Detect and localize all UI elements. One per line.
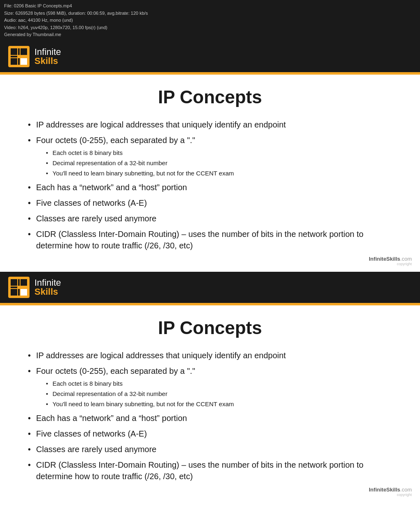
logo-text-2: Infinite Skills	[34, 278, 61, 296]
list-item: IP addresses are logical addresses that …	[25, 119, 395, 130]
svg-rect-11	[11, 289, 17, 296]
watermark-1: InfiniteSkills.com copyright	[369, 256, 412, 266]
logo-skills-1: Skills	[34, 57, 61, 66]
watermark-suffix-2: .com	[400, 487, 412, 493]
metadata-bar: File: 0206 Basic IP Concepts.mp4 Size: 6…	[0, 0, 420, 41]
list-item: Each octet is 8 binary bits	[44, 379, 395, 388]
svg-rect-15	[18, 289, 20, 296]
svg-rect-1	[11, 48, 17, 55]
sub-list: Each octet is 8 binary bits Decimal repr…	[44, 148, 395, 177]
slide-title-1: IP Concepts	[25, 87, 395, 107]
list-item: Each has a “network” and a “host” portio…	[25, 412, 395, 424]
list-item: Four octets (0-255), each separated by a…	[25, 365, 395, 408]
list-item: Each has a “network” and a “host” portio…	[25, 182, 395, 193]
svg-rect-9	[11, 279, 17, 286]
header-bar-1: Infinite Skills	[0, 41, 420, 72]
panel-1: File: 0206 Basic IP Concepts.mp4 Size: 6…	[0, 0, 420, 272]
list-item: Decimal representation of a 32-bit numbe…	[44, 159, 395, 167]
metadata-line4: Video: h264, yuv420p, 1280x720, 15.00 fp…	[4, 24, 416, 32]
list-item: Classes are rarely used anymore	[25, 213, 395, 224]
logo-icon-2	[8, 277, 30, 298]
logo-skills-2: Skills	[34, 287, 61, 296]
logo-text-1: Infinite Skills	[34, 48, 61, 66]
watermark-brand-1: InfiniteSkills	[369, 256, 400, 262]
svg-rect-12	[18, 279, 20, 286]
list-item: Decimal representation of a 32-bit numbe…	[44, 389, 395, 398]
svg-rect-13	[21, 279, 27, 286]
svg-rect-14	[21, 289, 27, 296]
list-item: You'll need to learn binary subnetting, …	[44, 169, 395, 177]
list-item: You'll need to learn binary subnetting, …	[44, 400, 395, 408]
sub-list: Each octet is 8 binary bits Decimal repr…	[44, 379, 395, 408]
slide-content-2: IP Concepts IP addresses are logical add…	[0, 305, 420, 503]
watermark-brand-2: InfiniteSkills	[369, 487, 400, 493]
list-item: CIDR (Classless Inter-Domain Routing) – …	[25, 228, 395, 251]
list-item: CIDR (Classless Inter-Domain Routing) – …	[25, 459, 395, 482]
logo-icon-1	[8, 46, 30, 67]
svg-rect-2	[11, 56, 17, 57]
list-item: Five classes of networks (A-E)	[25, 197, 395, 209]
svg-rect-4	[18, 48, 20, 55]
metadata-line1: File: 0206 Basic IP Concepts.mp4	[4, 2, 416, 10]
bullet-list-1: IP addresses are logical addresses that …	[25, 119, 395, 251]
panel-2: Infinite Skills IP Concepts IP addresses…	[0, 272, 420, 503]
watermark-sub-2: copyright	[369, 493, 412, 497]
list-item: Each octet is 8 binary bits	[44, 148, 395, 157]
list-item: Five classes of networks (A-E)	[25, 428, 395, 439]
slide-title-2: IP Concepts	[25, 318, 395, 338]
watermark-sub-1: copyright	[369, 262, 412, 266]
watermark-main-2: InfiniteSkills.com	[369, 487, 412, 493]
svg-rect-10	[11, 287, 17, 288]
logo-container-2: Infinite Skills	[8, 277, 61, 303]
list-item: Classes are rarely used anymore	[25, 444, 395, 455]
list-item: IP addresses are logical addresses that …	[25, 350, 395, 361]
logo-infinite-2: Infinite	[34, 278, 61, 287]
metadata-line5: Generated by Thumbnail.me	[4, 31, 416, 39]
metadata-line3: Audio: aac, 44100 Hz, mono (und)	[4, 17, 416, 24]
watermark-main-1: InfiniteSkills.com	[369, 256, 412, 262]
svg-rect-6	[21, 58, 27, 65]
logo-container-1: Infinite Skills	[8, 46, 61, 72]
svg-rect-5	[21, 48, 27, 55]
list-item: Four octets (0-255), each separated by a…	[25, 134, 395, 177]
watermark-2: InfiniteSkills.com copyright	[369, 487, 412, 497]
slide-content-1: IP Concepts IP addresses are logical add…	[0, 75, 420, 272]
logo-infinite-1: Infinite	[34, 48, 61, 57]
header-bar-2: Infinite Skills	[0, 272, 420, 303]
metadata-line2: Size: 6269528 bytes (598 MiB), duration:…	[4, 10, 416, 17]
svg-rect-7	[18, 58, 20, 65]
watermark-suffix-1: .com	[400, 256, 412, 262]
svg-rect-3	[11, 58, 17, 65]
bullet-list-2: IP addresses are logical addresses that …	[25, 350, 395, 482]
